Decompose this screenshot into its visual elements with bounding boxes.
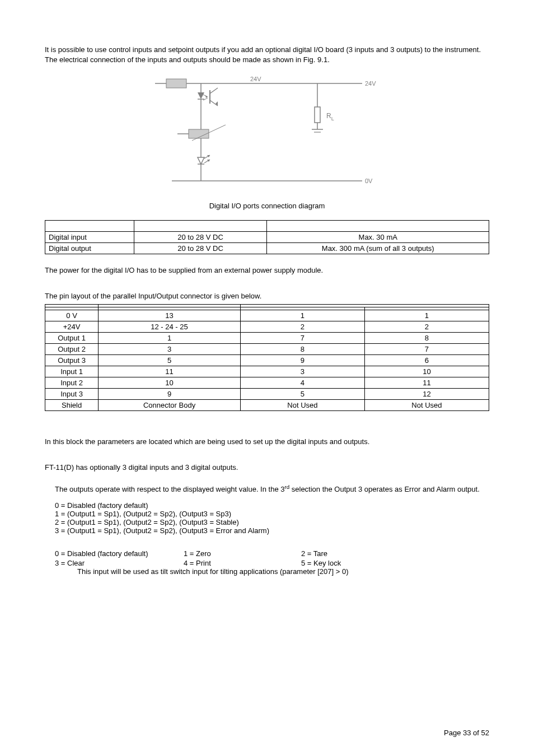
label-rl-sub: L	[331, 116, 334, 122]
label-0v: 0V	[365, 178, 373, 184]
t2-r3-c1: Output 1	[45, 333, 99, 344]
t2-r8-c1: Input 3	[45, 389, 99, 400]
t2-r9-c1: Shield	[45, 400, 99, 411]
tilt-note: This input will be used as tilt switch i…	[77, 567, 489, 576]
t1-r1-c3: Max. 30 mA	[267, 232, 489, 243]
t2-r5-c3: 9	[240, 355, 364, 366]
t2-r2-c1: +24V	[45, 321, 99, 333]
t2-r4-c3: 8	[240, 344, 364, 355]
t1-r2-c1: Digital output	[45, 243, 134, 254]
t2-r5-c2: 5	[99, 355, 241, 366]
pin-layout-intro: The pin layout of the parallel Input/Out…	[45, 291, 489, 301]
io-diagram: 24V 24V	[45, 73, 489, 198]
output-option-1: 1 = (Output1 = Sp1), (Output2 = Sp2), (O…	[55, 510, 489, 518]
t2-r7-c4: 11	[364, 377, 489, 389]
block-intro: In this block the parameters are located…	[45, 437, 489, 447]
svg-rect-2	[166, 79, 186, 88]
outputs-desc-post: selection the Output 3 operates as Error…	[289, 486, 480, 494]
svg-marker-21	[198, 157, 204, 164]
t2-r7-c2: 10	[99, 377, 241, 389]
label-24v-top: 24V	[250, 76, 261, 82]
t1-r1-c1: Digital input	[45, 232, 134, 243]
input-opt-3: 3 = Clear	[55, 559, 184, 567]
svg-marker-6	[198, 92, 204, 99]
t2-r3-c2: 1	[99, 333, 241, 344]
t2-r9-c4: Not Used	[364, 400, 489, 411]
t2-r1-c1: 0 V	[45, 310, 99, 321]
t2-r6-c1: Input 1	[45, 366, 99, 377]
t2-r6-c3: 3	[240, 366, 364, 377]
t1-r1-c2: 20 to 28 V DC	[134, 232, 267, 243]
t2-r1-c4: 1	[364, 310, 489, 321]
svg-rect-31	[315, 107, 320, 123]
output-option-2: 2 = (Output1 = Sp1), (Output2 = Sp2), (O…	[55, 518, 489, 526]
label-24v-right: 24V	[365, 80, 376, 87]
power-note: The power for the digital I/O has to be …	[45, 265, 489, 276]
t2-r7-c3: 4	[240, 377, 364, 389]
input-opt-0: 0 = Disabled (factory default)	[55, 549, 184, 558]
input-opt-2: 2 = Tare	[301, 549, 489, 558]
input-opt-1: 1 = Zero	[184, 549, 301, 558]
t2-r2-c3: 2	[240, 321, 364, 333]
t2-r5-c1: Output 3	[45, 355, 99, 366]
t2-r9-c3: Not Used	[240, 400, 364, 411]
diagram-caption: Digital I/O ports connection diagram	[45, 202, 489, 210]
t2-r7-c1: Input 2	[45, 377, 99, 389]
page-number: Page 33 of 52	[444, 729, 489, 737]
svg-text:RL: RL	[326, 112, 334, 122]
input-options-grid: 0 = Disabled (factory default) 1 = Zero …	[55, 549, 489, 567]
t2-r4-c1: Output 2	[45, 344, 99, 355]
t2-r2-c2: 12 - 24 - 25	[99, 321, 241, 333]
t2-r9-c2: Connector Body	[99, 400, 241, 411]
t1-r2-c2: 20 to 28 V DC	[134, 243, 267, 254]
t2-r5-c4: 6	[364, 355, 489, 366]
outputs-desc-sup: rd	[284, 484, 289, 490]
label-rl: R	[326, 112, 331, 120]
t2-r8-c4: 12	[364, 389, 489, 400]
input-opt-4: 4 = Print	[184, 559, 301, 567]
t2-r8-c2: 9	[99, 389, 241, 400]
t2-r6-c2: 11	[99, 366, 241, 377]
io-spec-table: Digital input 20 to 28 V DC Max. 30 mA D…	[45, 220, 489, 254]
t2-r1-c3: 1	[240, 310, 364, 321]
t1-r2-c3: Max. 300 mA (sum of all 3 outputs)	[267, 243, 489, 254]
ft-line: FT-11(D) has optionally 3 digital inputs…	[45, 463, 489, 473]
t2-r2-c4: 2	[364, 321, 489, 333]
t2-r1-c2: 13	[99, 310, 241, 321]
output-option-3: 3 = (Output1 = Sp1), (Output2 = Sp2), (O…	[55, 526, 489, 535]
outputs-desc-pre: The outputs operate with respect to the …	[55, 486, 284, 494]
outputs-desc: The outputs operate with respect to the …	[55, 483, 489, 494]
intro-paragraph: It is possible to use control inputs and…	[45, 45, 489, 64]
t2-r4-c4: 7	[364, 344, 489, 355]
t2-r8-c3: 5	[240, 389, 364, 400]
pin-layout-table: 0 V 13 1 1 +24V 12 - 24 - 25 2 2 Output …	[45, 304, 489, 411]
output-option-0: 0 = Disabled (factory default)	[55, 501, 489, 510]
svg-line-10	[210, 88, 218, 94]
t2-r4-c2: 3	[99, 344, 241, 355]
input-opt-5: 5 = Key lock	[301, 559, 489, 567]
t2-r6-c4: 10	[364, 366, 489, 377]
t2-r3-c3: 7	[240, 333, 364, 344]
t2-r3-c4: 8	[364, 333, 489, 344]
